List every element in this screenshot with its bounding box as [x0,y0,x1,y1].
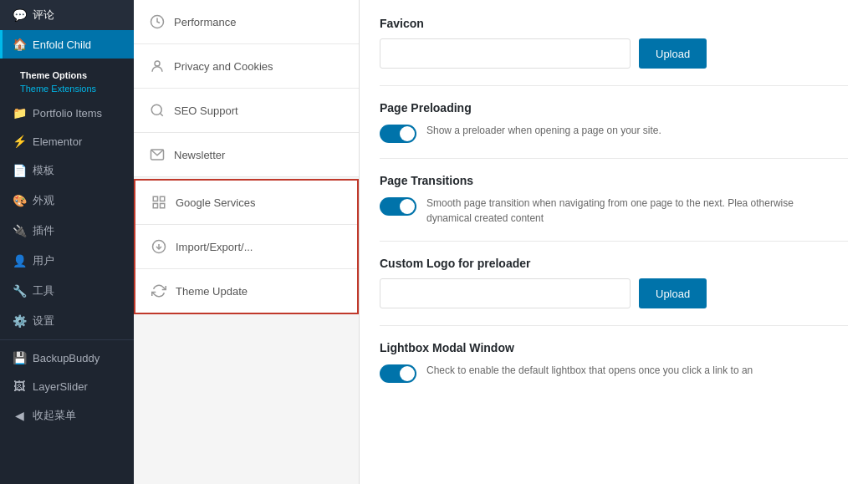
menu-item-label: Import/Export/... [176,241,253,253]
page-preloading-row: Show a preloader when opening a page on … [380,123,848,143]
lightbox-toggle[interactable] [380,364,416,383]
menu-item-newsletter[interactable]: Newsletter [134,133,359,177]
google-services-icon [151,194,167,211]
page-transitions-toggle[interactable] [380,197,416,216]
svg-line-3 [160,113,162,115]
appearance-icon: 🎨 [13,194,26,207]
menu-item-performance[interactable]: Performance [134,0,359,44]
sidebar-item-label: 收起菜单 [33,408,76,423]
theme-options-label: Theme Options [10,64,124,84]
custom-logo-field-group: Upload [380,278,848,308]
favicon-upload-button[interactable]: Upload [639,38,707,69]
menu-item-google-services[interactable]: Google Services [135,181,357,225]
divider-3 [380,241,848,242]
svg-point-2 [151,104,161,115]
sidebar-item-label: BackupBuddy [33,352,100,364]
import-export-icon [151,238,167,255]
menu-item-label: SEO Support [174,104,238,117]
sidebar-item-label: 设置 [33,313,54,329]
sidebar-item-label: 插件 [33,223,54,238]
sidebar-item-comments[interactable]: 💬 评论 [0,0,134,30]
sidebar-item-label: 外观 [33,193,54,208]
sidebar-item-tools[interactable]: 🔧 工具 [0,276,134,306]
menu-item-import-export[interactable]: Import/Export/... [135,225,357,269]
plugins-icon: 🔌 [13,224,26,237]
sidebar-item-label: 模板 [33,163,54,178]
sidebar-item-settings[interactable]: ⚙️ 设置 [0,306,134,336]
sidebar-item-enfold-child[interactable]: 🏠 Enfold Child [0,30,134,59]
menu-item-label: Google Services [176,196,255,209]
sidebar-item-layerslider[interactable]: 🖼 LayerSlider [0,372,134,400]
sidebar-item-templates[interactable]: 📄 模板 [0,155,134,186]
toggle-thumb-3 [400,366,415,381]
menu-item-privacy[interactable]: Privacy and Cookies [134,44,359,89]
custom-logo-label: Custom Logo for preloader [380,257,848,270]
users-icon: 👤 [13,254,26,267]
page-preloading-label: Page Preloading [380,101,848,115]
favicon-label: Favicon [380,17,848,30]
lightbox-label: Lightbox Modal Window [380,341,848,354]
toggle-thumb-2 [400,199,415,214]
elementor-icon: ⚡ [13,135,26,148]
theme-update-icon [151,283,167,299]
svg-rect-8 [161,204,165,208]
seo-icon [149,102,166,119]
menu-item-seo[interactable]: SEO Support [134,89,359,133]
favicon-input[interactable] [380,38,631,69]
collapse-icon: ◀ [13,409,26,422]
custom-logo-upload-button[interactable]: Upload [639,278,707,308]
menu-item-label: Performance [174,16,236,28]
sidebar-item-backupbuddy[interactable]: 💾 BackupBuddy [0,344,134,372]
menu-item-label: Privacy and Cookies [174,60,273,73]
sidebar-item-label: LayerSlider [33,380,88,393]
tools-icon: 🔧 [13,284,26,298]
sidebar-item-label: 工具 [33,283,54,298]
menu-item-theme-update[interactable]: Theme Update [135,269,357,313]
middle-panel: Performance Privacy and Cookies SEO Supp… [134,0,360,484]
sidebar-item-collapse[interactable]: ◀ 收起菜单 [0,400,134,431]
sidebar-item-plugins[interactable]: 🔌 插件 [0,216,134,246]
comments-icon: 💬 [13,8,26,22]
newsletter-icon [149,146,166,163]
svg-rect-7 [153,204,157,208]
layerslider-icon: 🖼 [13,380,26,393]
templates-icon: 📄 [13,164,26,177]
svg-rect-5 [153,196,157,201]
toggle-track-3 [380,364,416,383]
menu-item-label: Newsletter [174,149,225,161]
home-icon: 🏠 [13,38,26,51]
sidebar-item-label: 用户 [33,253,54,268]
toggle-track-2 [380,197,416,216]
lightbox-desc: Check to enable the default lightbox tha… [426,363,753,378]
sidebar-item-appearance[interactable]: 🎨 外观 [0,186,134,216]
sidebar: 💬 评论 🏠 Enfold Child Theme Options Theme … [0,0,134,484]
sidebar-item-portfolio[interactable]: 📁 Portfolio Items [0,99,134,127]
page-preloading-toggle[interactable] [380,125,416,143]
page-preloading-desc: Show a preloader when opening a page on … [426,123,661,138]
backupbuddy-icon: 💾 [13,351,26,364]
toggle-track [380,125,416,143]
performance-icon [149,13,166,30]
svg-point-1 [155,61,160,66]
page-transitions-row: Smooth page transition when navigating f… [380,196,848,226]
lightbox-row: Check to enable the default lightbox tha… [380,363,848,383]
portfolio-icon: 📁 [13,106,26,120]
page-transitions-label: Page Transitions [380,174,848,187]
theme-extensions-label[interactable]: Theme Extensions [10,84,124,99]
sidebar-item-label: Elementor [33,135,82,148]
privacy-icon [149,58,166,74]
custom-logo-input[interactable] [380,278,631,308]
sidebar-item-users[interactable]: 👤 用户 [0,246,134,276]
menu-item-label: Theme Update [176,285,248,298]
sidebar-item-elementor[interactable]: ⚡ Elementor [0,127,134,155]
favicon-field-group: Upload [380,38,848,69]
divider-4 [380,325,848,326]
settings-icon: ⚙️ [13,314,26,328]
main-content: Favicon Upload Page Preloading Show a pr… [360,0,868,484]
page-transitions-desc: Smooth page transition when navigating f… [426,196,794,226]
toggle-thumb [400,126,415,141]
menu-item-group: Google Services Import/Export/... Theme … [134,179,359,314]
divider-1 [380,85,848,86]
sidebar-item-label: Enfold Child [33,38,91,51]
sidebar-item-label: 评论 [33,8,54,23]
